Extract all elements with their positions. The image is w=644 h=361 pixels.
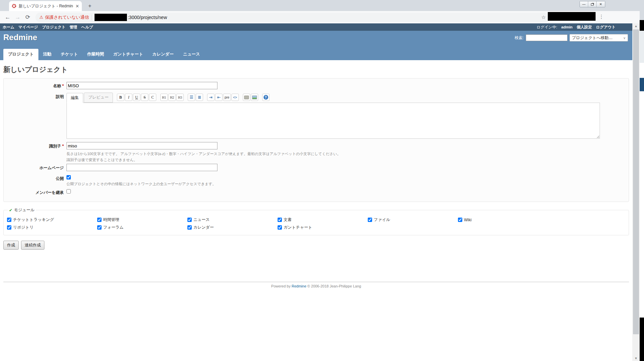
module-wiki-checkbox[interactable] (458, 218, 462, 222)
homepage-label: ホームページ (6, 164, 66, 171)
tab-issues[interactable]: チケット (56, 49, 83, 60)
vertical-scrollbar[interactable]: ▲ ▼ (632, 23, 640, 361)
homepage-input[interactable] (66, 164, 217, 171)
restore-button[interactable] (588, 1, 597, 7)
top-menu-projects[interactable]: プロジェクト (42, 25, 66, 30)
forward-icon[interactable]: → (13, 14, 23, 21)
tab-news[interactable]: ニュース (178, 49, 205, 60)
module-time-tracking-checkbox[interactable] (97, 218, 102, 222)
module-files-checkbox[interactable] (368, 218, 372, 222)
underline-button[interactable]: U (133, 94, 140, 101)
top-menu-help[interactable]: ヘルプ (81, 25, 93, 30)
project-name-input[interactable] (66, 82, 217, 89)
wiki-toolbar: 編集 プレビュー B I U S C H1 H2 H3 (66, 93, 626, 103)
code-tag-button[interactable]: <> (231, 94, 239, 101)
tab-time-entries[interactable]: 作業時間 (83, 49, 109, 60)
top-menu-admin[interactable]: 管理 (69, 25, 77, 30)
module-forums[interactable]: フォーラム (97, 225, 187, 230)
top-menu-home[interactable]: ホーム (3, 25, 14, 30)
tab-activity[interactable]: 活動 (38, 49, 56, 60)
outdent-icon[interactable]: ⇤ (215, 94, 222, 101)
module-repository[interactable]: リポジトリ (7, 225, 97, 230)
tab-calendar[interactable]: カレンダー (148, 49, 178, 60)
heading1-button[interactable]: H1 (160, 94, 168, 101)
image-icon[interactable] (251, 94, 258, 101)
logout-link[interactable]: ログアウト (596, 25, 616, 30)
module-forums-checkbox[interactable] (97, 225, 102, 230)
help-icon: ? (264, 95, 268, 100)
window-controls: — ✕ (580, 1, 605, 7)
heading3-button[interactable]: H3 (176, 94, 184, 101)
preformatted-button[interactable]: pre (223, 94, 230, 101)
logged-in-user-link[interactable]: admin (561, 25, 573, 29)
not-secure-warning-icon: ⚠ (39, 15, 43, 20)
module-news[interactable]: ニュース (187, 217, 278, 223)
create-button[interactable]: 作成 (3, 241, 19, 250)
inherit-members-checkbox[interactable] (66, 189, 71, 194)
module-gantt[interactable]: ガントチャート (278, 225, 368, 230)
scroll-up-icon[interactable]: ▲ (632, 23, 640, 29)
back-icon[interactable]: ← (3, 14, 13, 21)
heading2-button[interactable]: H2 (168, 94, 176, 101)
redmine-top-menu: ホーム マイページ プロジェクト 管理 ヘルプ ログイン中: admin 個人設… (0, 23, 632, 31)
scrollbar-thumb[interactable] (633, 29, 639, 334)
preview-tab[interactable]: プレビュー (84, 93, 113, 103)
tab-gantt[interactable]: ガントチャート (109, 49, 148, 60)
project-jump-select[interactable]: プロジェクトへ移動… ∨ (570, 34, 628, 41)
new-tab-button[interactable]: + (86, 3, 94, 9)
create-and-continue-button[interactable]: 連続作成 (21, 241, 44, 250)
module-repository-checkbox[interactable] (7, 225, 11, 230)
browser-menu-icon[interactable]: ⋮ (599, 14, 604, 20)
footer: Powered by Redmine © 2006-2018 Jean-Phil… (3, 282, 629, 291)
url-bar[interactable]: ⚠ 保護されていない通信 :3000/projects/new ☆ (35, 13, 550, 22)
module-calendar[interactable]: カレンダー (187, 225, 278, 230)
public-checkbox[interactable] (66, 175, 71, 179)
copyright-label: © 2006-2018 Jean-Philippe Lang (307, 284, 361, 288)
modules-legend: ✔ モジュール (8, 207, 36, 213)
module-documents[interactable]: 文書 (278, 217, 368, 223)
module-issue-tracking[interactable]: チケットトラッキング (7, 217, 97, 223)
close-button[interactable]: ✕ (597, 1, 605, 7)
reload-icon[interactable]: ⟳ (23, 14, 33, 21)
bookmark-star-icon[interactable]: ☆ (541, 14, 546, 20)
italic-button[interactable]: I (125, 94, 132, 101)
module-calendar-checkbox[interactable] (187, 225, 192, 230)
tab-close-icon[interactable]: ✕ (75, 4, 79, 9)
help-button[interactable]: ? (262, 94, 270, 101)
module-issue-tracking-checkbox[interactable] (7, 218, 11, 222)
redacted-hostname (95, 14, 127, 21)
my-account-link[interactable]: 個人設定 (577, 25, 592, 30)
redmine-header: Redmine 検索: プロジェクトへ移動… ∨ プロジェクト 活動 チケット … (0, 31, 632, 60)
project-jump-value: プロジェクトへ移動… (572, 35, 613, 41)
scroll-down-icon[interactable]: ▼ (632, 356, 640, 361)
minimize-button[interactable]: — (580, 1, 588, 7)
identifier-label: 識別子 * (6, 142, 66, 162)
module-documents-checkbox[interactable] (278, 218, 282, 222)
module-time-tracking[interactable]: 時間管理 (97, 217, 187, 223)
browser-tab[interactable]: 新しいプロジェクト - Redmine ✕ (9, 1, 82, 11)
tab-projects[interactable]: プロジェクト (3, 49, 38, 60)
link-icon (244, 96, 249, 99)
identifier-hint-1: 長さは1から100文字までです。 アルファベット小文字(a-z)・数字・ハイフン… (66, 151, 626, 156)
identifier-input[interactable] (66, 142, 217, 149)
chevron-down-icon: ∨ (623, 36, 626, 40)
module-gantt-checkbox[interactable] (278, 225, 282, 230)
bold-button[interactable]: B (117, 94, 124, 101)
bullet-list-icon[interactable]: ☰ (188, 94, 195, 101)
strikethrough-button[interactable]: S (141, 94, 148, 101)
module-wiki[interactable]: Wiki (458, 217, 548, 223)
numbered-list-icon[interactable]: ≣ (196, 94, 203, 101)
top-menu-my-page[interactable]: マイページ (18, 25, 38, 30)
inherit-members-label: メンバーを継承 (6, 189, 66, 196)
inline-code-button[interactable]: C (149, 94, 156, 101)
module-files[interactable]: ファイル (368, 217, 458, 223)
edit-tab[interactable]: 編集 (66, 93, 83, 103)
redmine-link[interactable]: Redmine (292, 284, 306, 288)
description-textarea[interactable] (66, 103, 600, 139)
identifier-hint-2: 識別子は後で変更することはできません。 (66, 157, 626, 162)
wiki-link-icon[interactable] (243, 94, 250, 101)
search-input[interactable] (526, 34, 568, 41)
logged-in-label: ログイン中: (536, 25, 557, 30)
indent-icon[interactable]: ⇥ (207, 94, 214, 101)
module-news-checkbox[interactable] (187, 218, 192, 222)
